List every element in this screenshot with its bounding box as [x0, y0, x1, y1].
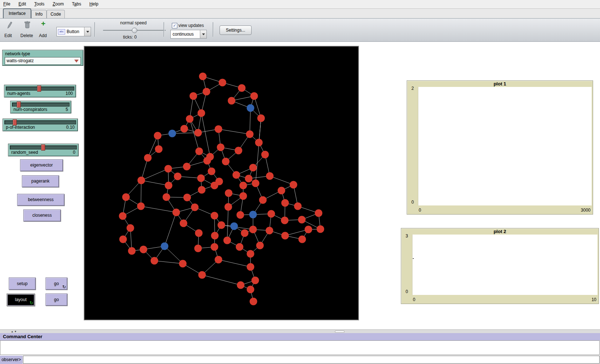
go-forever-button[interactable]: go ↻ [46, 277, 67, 290]
splitter-arrows[interactable]: ▲▼ [11, 330, 17, 333]
network-svg [84, 47, 358, 320]
update-mode-value: continuous [173, 32, 194, 37]
network-edge [256, 118, 261, 183]
edit-widget-button[interactable]: Edit [3, 21, 16, 31]
splitter-handle[interactable] [335, 331, 344, 333]
y-min-label: 0 [406, 289, 408, 294]
agent-node [249, 226, 257, 233]
agent-node [165, 165, 172, 173]
plot-area [418, 87, 592, 205]
network-edge [227, 207, 228, 240]
y-max-label: 3 [406, 233, 408, 239]
agent-node [119, 236, 127, 243]
network-edge [154, 261, 183, 264]
menu-bar: File Edit Tools Zoom Tabs Help [0, 0, 600, 9]
slider-label: p-of-interaction [6, 125, 35, 130]
agent-node [122, 193, 130, 201]
menu-help[interactable]: Help [86, 0, 102, 8]
menu-tabs[interactable]: Tabs [69, 0, 84, 8]
agent-node [259, 196, 267, 204]
setup-button[interactable]: setup [9, 277, 36, 290]
menu-file[interactable]: File [0, 0, 13, 8]
menu-zoom[interactable]: Zoom [49, 0, 67, 8]
agent-node [165, 182, 173, 189]
delete-widget-button[interactable]: Delete [19, 21, 36, 31]
agent-node [249, 164, 257, 172]
chooser-label: network-type [5, 51, 30, 56]
agent-node [240, 182, 247, 189]
conspirator-node [169, 130, 176, 137]
agent-node [236, 243, 244, 251]
add-widget-button[interactable]: + Add [38, 20, 49, 27]
agent-node [198, 271, 206, 279]
agent-node [266, 172, 274, 180]
agent-node [198, 109, 205, 117]
agent-node [266, 227, 273, 235]
eigenvector-button[interactable]: eigenvector [20, 159, 63, 171]
agent-node [281, 232, 289, 240]
x-max-label: 3000 [581, 208, 591, 213]
pagerank-button[interactable]: pagerank [22, 175, 59, 187]
agent-node [204, 157, 211, 165]
network-edge [141, 180, 169, 185]
layout-button[interactable]: layout ↻ [7, 293, 35, 306]
plot-title: plot 2 [401, 229, 599, 234]
slider-thumb[interactable] [37, 85, 41, 92]
agent-node [317, 225, 324, 233]
widget-type-value: Button [67, 29, 79, 34]
netlogo-window: File Edit Tools Zoom Tabs Help Interface… [0, 0, 600, 364]
agent-node [252, 277, 259, 284]
update-mode-dropdown[interactable]: continuous [170, 30, 207, 39]
agent-node [238, 84, 246, 92]
menu-edit[interactable]: Edit [15, 0, 29, 8]
network-type-chooser[interactable]: network-type watts-strogatz [2, 50, 83, 66]
agent-node [278, 187, 285, 195]
agent-node [246, 131, 254, 138]
agent-node [240, 192, 247, 200]
agent-node [315, 209, 323, 217]
speed-slider-thumb[interactable] [132, 28, 137, 33]
slider-track[interactable] [12, 103, 70, 107]
slider-value: 0.10 [66, 125, 75, 130]
slider-label: num-conspirators [13, 107, 47, 112]
closeness-button[interactable]: closeness [23, 209, 61, 221]
tab-code[interactable]: Code [47, 10, 65, 18]
network-edge [202, 275, 241, 285]
toolbar-separator [94, 22, 95, 37]
agent-node [211, 232, 219, 240]
command-input[interactable] [23, 356, 600, 364]
x-max-label: 10 [592, 297, 596, 302]
num-conspirators-slider[interactable]: num-conspirators 5 [10, 101, 71, 113]
tab-interface[interactable]: Interface [3, 8, 31, 18]
p-of-interaction-slider[interactable]: p-of-interaction 0.10 [3, 119, 78, 131]
menu-tools[interactable]: Tools [31, 0, 48, 8]
plot-2: plot 2 3 0 0 10 [401, 228, 599, 304]
widget-type-dropdown[interactable]: abc Button [56, 27, 91, 36]
agent-node [174, 173, 182, 180]
agent-node [163, 193, 170, 201]
agent-node [257, 115, 265, 122]
agent-node [140, 246, 147, 253]
agent-node [144, 154, 152, 162]
view-updates-checkbox[interactable]: ✓ [172, 23, 177, 28]
agent-node [173, 209, 180, 216]
agent-node [197, 175, 205, 182]
agent-node [211, 212, 218, 220]
betweenness-button[interactable]: betweenness [17, 194, 64, 206]
agent-node [252, 180, 260, 187]
agent-node [211, 182, 218, 189]
agent-node [250, 92, 258, 100]
agent-node [247, 263, 254, 271]
go-once-button[interactable]: go [46, 293, 67, 306]
slider-thumb[interactable] [41, 144, 45, 151]
agent-node [237, 211, 244, 219]
agent-node [183, 194, 191, 201]
chooser-value[interactable]: watts-strogatz [5, 57, 81, 65]
view-updates-label: view updates [178, 23, 204, 28]
tab-info[interactable]: Info [31, 10, 47, 18]
agent-node [183, 163, 191, 171]
num-agents-slider[interactable]: num-agents 100 [4, 85, 76, 97]
random-seed-slider[interactable]: random_seed 0 [8, 144, 79, 156]
settings-button[interactable]: Settings... [220, 25, 252, 35]
agent-node [299, 236, 306, 243]
